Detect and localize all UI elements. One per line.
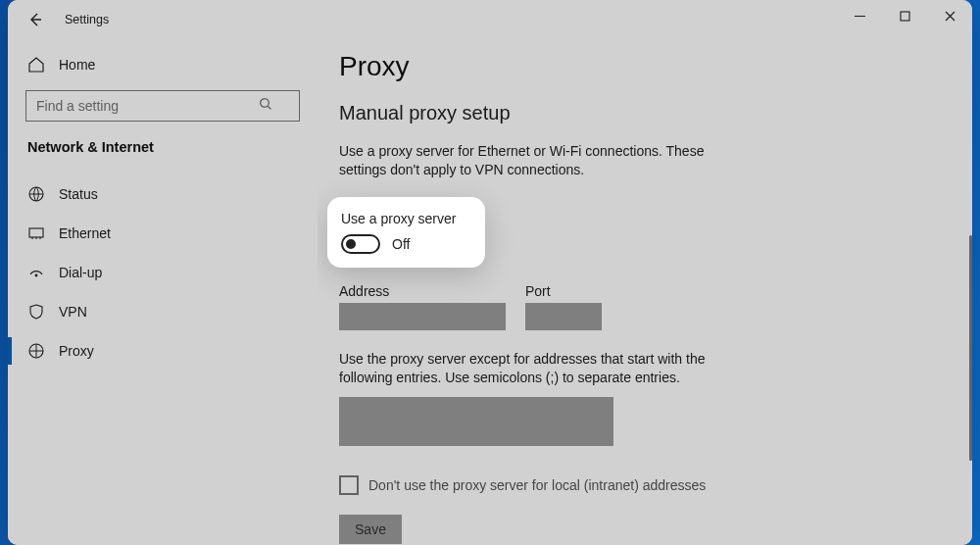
back-button[interactable] [20,4,51,35]
port-field: Port [525,283,602,330]
proxy-globe-icon [27,342,45,360]
page-title: Proxy [339,51,951,82]
address-port-row: Address Port [339,283,951,330]
minimize-icon [855,11,865,22]
sidebar-item-label: Status [59,186,98,202]
sidebar-item-status: Status [8,174,318,214]
close-icon [945,11,956,22]
maximize-icon [900,11,910,22]
sidebar: Home Network & Internet [8,39,318,545]
window-body: Home Network & Internet [8,39,972,545]
address-field: Address [339,283,506,330]
settings-window: Settings Home [8,0,972,545]
section-title: Manual proxy setup [339,102,951,124]
ethernet-icon [27,224,45,242]
address-input[interactable] [339,303,506,330]
search-input[interactable] [25,90,300,122]
main-content: Proxy Manual proxy setup Use a proxy ser… [318,39,972,545]
proxy-toggle-state: Off [392,236,410,252]
proxy-toggle[interactable] [341,234,380,254]
titlebar-label: Settings [65,13,109,26]
port-label: Port [525,283,602,299]
toggle-knob-icon [346,239,356,249]
sidebar-item-label: Ethernet [59,225,111,241]
titlebar: Settings [8,0,972,39]
sidebar-item-label: VPN [59,304,87,320]
sidebar-item-label: Dial-up [59,265,102,280]
svg-rect-3 [29,228,43,237]
close-button[interactable] [927,0,972,31]
maximize-button[interactable] [882,0,927,31]
home-icon [27,56,45,74]
bypass-local-checkbox[interactable] [339,475,359,495]
proxy-toggle-label: Use a proxy server [341,211,456,226]
exceptions-input[interactable] [339,397,613,446]
sidebar-home-label: Home [59,57,95,73]
svg-rect-0 [901,12,909,21]
search-wrap [8,84,318,135]
address-label: Address [339,283,506,299]
exceptions-description: Use the proxy server except for addresse… [339,350,751,387]
arrow-left-icon [27,12,43,27]
sidebar-item-ethernet: Ethernet [8,214,318,253]
save-button[interactable]: Save [339,515,402,544]
scrollbar-thumb[interactable] [969,235,972,461]
bypass-local-row: Don't use the proxy server for local (in… [339,475,951,495]
minimize-button[interactable] [837,0,882,31]
sidebar-item-dialup: Dial-up [8,253,318,292]
dial-up-icon [27,264,45,281]
sidebar-item-vpn: VPN [8,292,318,331]
proxy-toggle-card: Use a proxy server Off [327,197,485,268]
bypass-local-label: Don't use the proxy server for local (in… [368,477,706,493]
window-controls [837,0,972,31]
sidebar-item-proxy: Proxy [8,331,318,371]
port-input[interactable] [525,303,602,330]
svg-point-4 [35,274,38,277]
sidebar-group-label: Network & Internet [8,135,318,174]
shield-icon [27,303,45,321]
globe-icon [27,185,45,203]
sidebar-home[interactable]: Home [8,45,318,84]
sidebar-item-label: Proxy [59,343,94,359]
app-window-frame: Settings Home [8,0,972,545]
section-description: Use a proxy server for Ethernet or Wi-Fi… [339,142,731,179]
